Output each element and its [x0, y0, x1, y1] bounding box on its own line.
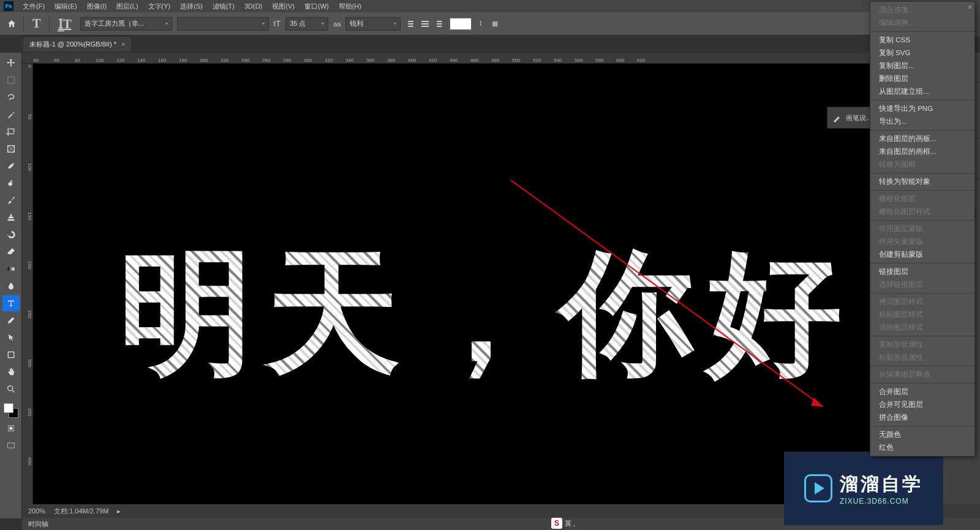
ruler-horizontal: 4060801001201401601802002202402602803003… [22, 53, 882, 64]
char-panel-button[interactable]: ▦ [489, 20, 500, 28]
ctx-item[interactable]: 来自图层的画板... [870, 132, 974, 145]
svg-rect-0 [7, 77, 14, 84]
text-color-swatch[interactable] [450, 18, 472, 30]
ctx-item[interactable]: 快速导出为 PNG [870, 102, 974, 115]
menu-filter[interactable]: 滤镜(T) [208, 1, 239, 12]
text-orientation-button[interactable]: I̲T [55, 17, 75, 31]
status-arrow-icon[interactable]: ▸ [117, 507, 121, 515]
blur-tool[interactable] [2, 278, 20, 294]
ctx-divider [870, 366, 974, 366]
ctx-divider [870, 383, 974, 384]
ctx-item[interactable]: 删除图层 [870, 72, 974, 85]
menu-layer[interactable]: 图层(L) [112, 1, 142, 12]
menu-view[interactable]: 视图(V) [268, 1, 299, 12]
eyedropper-tool[interactable] [2, 158, 20, 174]
color-swatches[interactable] [2, 402, 20, 419]
eraser-tool[interactable] [2, 244, 20, 260]
text-align-group [405, 18, 445, 30]
font-size-icon: tT [274, 19, 281, 28]
ctx-item[interactable]: 拼合图像 [870, 411, 974, 424]
gradient-tool[interactable] [2, 261, 20, 277]
ruler-vertical: 050100150200250300350400 [22, 64, 33, 518]
ctx-divider [870, 426, 974, 426]
font-size-dropdown[interactable]: 35 点▾ [285, 17, 328, 31]
menu-edit[interactable]: 编辑(E) [50, 1, 81, 12]
ctx-item: 栅格化图层 [870, 192, 974, 205]
menu-window[interactable]: 窗口(W) [300, 1, 333, 12]
menu-select[interactable]: 选择(S) [176, 1, 207, 12]
close-tab-icon[interactable]: × [121, 40, 125, 48]
ctx-item: 编辑调整... [870, 17, 974, 29]
ctx-item: 混合选项... [870, 4, 974, 17]
ctx-item[interactable]: 无颜色 [870, 428, 974, 441]
doc-info: 文档:1.04M/2.79M [54, 507, 108, 516]
brush-tool[interactable] [2, 192, 20, 208]
layer-context-menu: × 混合选项...编辑调整...复制 CSS复制 SVG复制图层...删除图层从… [870, 1, 975, 456]
canvas-text-art: 明天，你好 [119, 223, 854, 405]
ctx-item[interactable]: 创建剪贴蒙版 [870, 248, 974, 261]
ctx-item: 从隔离图层释放 [870, 368, 974, 381]
ime-logo-icon: S [551, 518, 562, 529]
zoom-level[interactable]: 200% [28, 507, 45, 515]
canvas[interactable]: 明天，你好 »× 画笔设... [33, 64, 882, 518]
lasso-tool[interactable] [2, 89, 20, 105]
marquee-tool[interactable] [2, 72, 20, 88]
ctx-item[interactable]: 链接图层 [870, 265, 974, 278]
ctx-item[interactable]: 合并图层 [870, 385, 974, 398]
wand-tool[interactable] [2, 107, 20, 123]
font-family-dropdown[interactable]: 造字工房力黑（非...▾ [80, 17, 172, 31]
ctx-item[interactable]: 复制 SVG [870, 47, 974, 59]
font-style-dropdown[interactable]: ▾ [177, 17, 269, 31]
menu-type[interactable]: 文字(Y) [144, 1, 175, 12]
ctx-item[interactable]: 红色 [870, 441, 974, 454]
document-tab[interactable]: 未标题-1 @ 200%(RGB/8#) * × [23, 37, 131, 51]
ctx-divider [870, 220, 974, 221]
menu-image[interactable]: 图像(I) [83, 1, 111, 12]
path-select-tool[interactable] [2, 330, 20, 346]
zoom-tool[interactable] [2, 381, 20, 397]
ctx-item[interactable]: 来自图层的画框... [870, 145, 974, 158]
ctx-item: 选择链接图层 [870, 278, 974, 291]
quickmask-button[interactable] [2, 420, 20, 436]
ctx-item[interactable]: 导出为... [870, 115, 974, 128]
menu-file[interactable]: 文件(F) [18, 1, 49, 12]
type-tool[interactable] [2, 295, 20, 311]
stamp-tool[interactable] [2, 210, 20, 225]
ctx-item[interactable]: 合并可见图层 [870, 398, 974, 411]
options-bar: T I̲T 造字工房力黑（非...▾ ▾ tT 35 点▾ aa 锐利▾ ⌇ ▦ [0, 12, 980, 36]
screenmode-button[interactable] [2, 437, 20, 453]
align-right-button[interactable] [432, 18, 445, 30]
ctx-item[interactable]: 复制图层... [870, 59, 974, 72]
ctx-divider [870, 263, 974, 263]
warp-text-button[interactable]: ⌇ [477, 20, 484, 28]
home-button[interactable] [5, 17, 18, 31]
ctx-item: 清除图层样式 [870, 321, 974, 334]
svg-rect-3 [8, 352, 13, 357]
ctx-item[interactable]: 复制 CSS [870, 34, 974, 47]
ctx-item[interactable]: 转换为智能对象 [870, 175, 974, 188]
menu-3d[interactable]: 3D(D) [240, 1, 266, 11]
shape-tool[interactable] [2, 347, 20, 363]
brush-panel-label: 画笔设... [846, 113, 872, 123]
menu-help[interactable]: 帮助(H) [334, 1, 366, 12]
frame-tool[interactable] [2, 141, 20, 157]
pen-tool[interactable] [2, 312, 20, 328]
timeline-label: 时间轴 [28, 520, 48, 529]
ctx-divider [870, 100, 974, 100]
ime-indicator[interactable]: S 英 , [551, 518, 575, 529]
app-logo-icon: Ps [4, 1, 13, 11]
watermark-overlay: 溜溜自学 ZIXUE.3D66.COM [784, 452, 943, 525]
history-brush-tool[interactable] [2, 227, 20, 243]
crop-tool[interactable] [2, 124, 20, 140]
align-left-button[interactable] [405, 18, 418, 30]
canvas-area: 4060801001201401601802002202402602803003… [22, 53, 882, 518]
antialias-dropdown[interactable]: 锐利▾ [345, 17, 401, 31]
move-tool[interactable] [2, 55, 20, 71]
ctx-item[interactable]: 从图层建立组... [870, 85, 974, 98]
heal-tool[interactable] [2, 175, 20, 191]
separator [49, 16, 50, 32]
hand-tool[interactable] [2, 364, 20, 380]
context-close-icon[interactable]: × [968, 3, 972, 12]
align-center-button[interactable] [419, 18, 431, 30]
antialias-label: aa [333, 20, 341, 28]
